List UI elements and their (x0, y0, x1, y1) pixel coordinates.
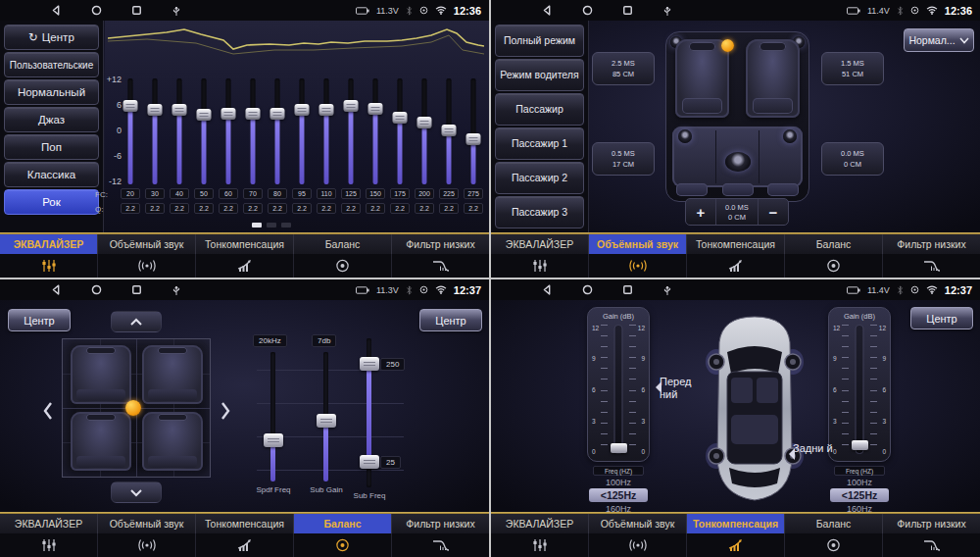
slider-handle[interactable] (852, 440, 868, 450)
tab-loudness[interactable]: Тонкомпенсация (196, 514, 294, 533)
surround-mode-dropdown[interactable]: Нормал... (904, 28, 974, 52)
lowpass-icon[interactable] (883, 254, 980, 278)
mode-passenger[interactable]: Пассажир (495, 93, 584, 126)
equalizer-icon[interactable] (491, 533, 589, 557)
tab-equalizer[interactable]: ЭКВАЛАЙЗЕР (491, 514, 589, 533)
tab-equalizer[interactable]: ЭКВАЛАЙЗЕР (0, 234, 98, 254)
loudness-icon[interactable] (196, 254, 294, 278)
tab-loudness[interactable]: Тонкомпенсация (196, 234, 294, 254)
back-icon[interactable] (51, 5, 62, 16)
preset-rock[interactable]: Рок (4, 189, 99, 215)
equalizer-icon[interactable] (0, 533, 98, 557)
tab-surround[interactable]: Объёмный звук (98, 234, 196, 254)
tab-lowpass[interactable]: Фильтр низких (883, 514, 980, 533)
eq-band[interactable] (268, 78, 287, 184)
spdf-freq-slider[interactable] (270, 352, 275, 481)
back-icon[interactable] (51, 284, 62, 295)
back-icon[interactable] (542, 5, 553, 16)
slider-handle[interactable] (172, 104, 187, 116)
preset-center-button[interactable]: ↻ Центр (4, 25, 99, 50)
slider-handle[interactable] (319, 104, 334, 116)
slider-handle[interactable] (197, 109, 212, 121)
tab-balance[interactable]: Баланс (785, 234, 883, 254)
front-gain-slider[interactable] (614, 325, 623, 454)
loudness-center-button[interactable]: Центр (910, 307, 973, 329)
balance-right-button[interactable] (216, 393, 235, 429)
home-icon[interactable] (91, 284, 102, 295)
sub-freq-range-slider[interactable] (367, 338, 371, 487)
lowpass-icon[interactable] (883, 533, 980, 557)
sub-gain-slider[interactable] (323, 352, 328, 481)
balance-position-ball[interactable] (125, 400, 141, 416)
slider-handle[interactable] (264, 433, 283, 447)
surround-icon[interactable] (98, 254, 196, 278)
fader-up-button[interactable] (111, 311, 162, 332)
eq-band[interactable] (341, 78, 361, 184)
slider-handle[interactable] (270, 108, 285, 120)
balance-fader-map[interactable] (62, 338, 211, 478)
tab-balance[interactable]: Баланс (294, 514, 392, 533)
rear-gain-slider[interactable] (856, 325, 864, 454)
mode-passenger-2[interactable]: Пассажир 2 (495, 162, 584, 194)
slider-handle[interactable] (317, 414, 336, 428)
slider-handle[interactable] (393, 112, 408, 124)
preset-classic[interactable]: Классика (4, 162, 99, 187)
balance-center-button-left[interactable]: Центр (8, 309, 71, 331)
eq-band[interactable] (145, 78, 165, 184)
balance-icon[interactable] (294, 254, 392, 278)
home-icon[interactable] (582, 5, 593, 16)
tab-balance[interactable]: Баланс (294, 234, 392, 254)
surround-icon[interactable] (589, 254, 687, 278)
slider-handle[interactable] (123, 100, 138, 112)
recents-icon[interactable] (622, 284, 633, 295)
recents-icon[interactable] (131, 5, 142, 16)
balance-icon[interactable] (785, 254, 883, 278)
loudness-icon[interactable] (196, 533, 294, 557)
freq-option-100hz[interactable]: 100Hz (589, 477, 648, 487)
eq-band[interactable] (292, 78, 312, 184)
home-icon[interactable] (582, 284, 593, 295)
slider-handle[interactable] (417, 117, 432, 128)
balance-icon[interactable] (294, 533, 392, 557)
tab-balance[interactable]: Баланс (785, 514, 883, 533)
slider-handle[interactable] (148, 104, 163, 116)
tab-lowpass[interactable]: Фильтр низких (392, 234, 489, 254)
delay-minus-button[interactable]: − (759, 199, 788, 225)
preset-normal[interactable]: Нормальный (4, 79, 99, 105)
preset-pop[interactable]: Поп (4, 134, 99, 160)
eq-band[interactable] (121, 78, 140, 184)
tab-surround[interactable]: Объёмный звук (98, 514, 196, 533)
preset-custom[interactable]: Пользовательские (4, 52, 99, 77)
slider-handle[interactable] (368, 103, 383, 115)
freq-option-100hz[interactable]: 100Hz (830, 477, 889, 487)
tab-equalizer[interactable]: ЭКВАЛАЙЗЕР (0, 514, 98, 533)
tab-loudness[interactable]: Тонкомпенсация (687, 514, 785, 533)
tab-surround[interactable]: Объёмный звук (589, 514, 687, 533)
balance-center-button-right[interactable]: Центр (419, 309, 482, 331)
eq-band[interactable] (243, 78, 263, 184)
tab-loudness[interactable]: Тонкомпенсация (687, 234, 785, 254)
balance-icon[interactable] (785, 533, 883, 557)
equalizer-icon[interactable] (491, 254, 589, 278)
surround-icon[interactable] (589, 533, 687, 557)
balance-left-button[interactable] (37, 393, 57, 429)
mode-passenger-3[interactable]: Пассажир 3 (495, 196, 584, 228)
mode-passenger-1[interactable]: Пассажир 1 (495, 127, 584, 160)
loudness-icon[interactable] (687, 254, 785, 278)
slider-handle[interactable] (344, 100, 359, 112)
preset-jazz[interactable]: Джаз (4, 107, 99, 132)
delay-plus-button[interactable]: + (686, 199, 715, 225)
slider-handle[interactable] (295, 104, 310, 116)
eq-band[interactable] (194, 78, 214, 184)
eq-band[interactable] (170, 78, 189, 184)
eq-band[interactable] (439, 78, 459, 184)
slider-handle[interactable] (611, 443, 627, 453)
recents-icon[interactable] (622, 5, 633, 16)
mode-driver[interactable]: Режим водителя (495, 59, 584, 91)
mode-full[interactable]: Полный режим (495, 25, 584, 57)
tab-surround[interactable]: Объёмный звук (589, 234, 687, 254)
equalizer-icon[interactable] (0, 254, 98, 278)
tab-lowpass[interactable]: Фильтр низких (392, 514, 489, 533)
loudness-icon[interactable] (687, 533, 785, 557)
eq-band[interactable] (390, 78, 410, 184)
